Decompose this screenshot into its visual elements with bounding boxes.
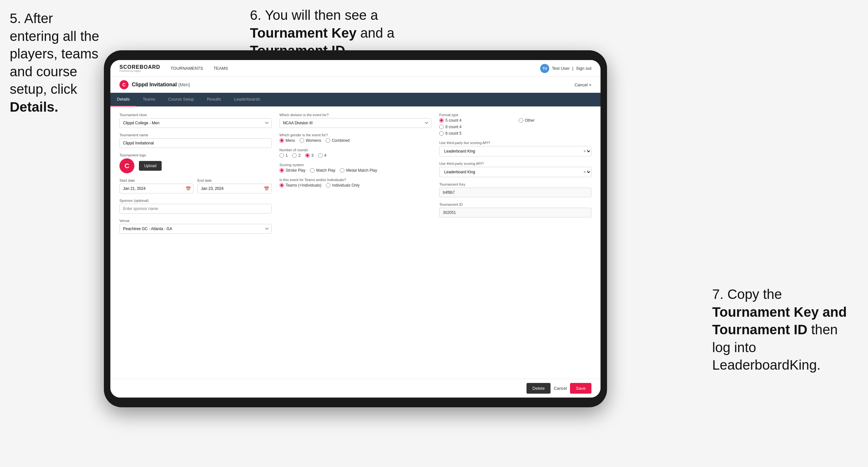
rounds-3-radio[interactable]: [305, 153, 310, 158]
tournament-host-select[interactable]: Clippd College - Men: [120, 118, 272, 128]
gender-mens-option[interactable]: Mens: [279, 138, 295, 143]
format-type-label: Format type: [439, 113, 591, 117]
scoring-stroke-radio[interactable]: [279, 168, 284, 173]
page-title: Clippd Invitational (Men): [132, 82, 190, 88]
scoring-medal-option[interactable]: Medal Match Play: [340, 168, 377, 173]
tab-teams[interactable]: Teams: [136, 93, 162, 106]
tournament-key-label: Tournament Key: [439, 182, 591, 186]
gender-combined-option[interactable]: Combined: [326, 138, 350, 143]
venue-select[interactable]: Peachtree GC - Atlanta - GA: [120, 224, 272, 234]
logo-main-text: SCOREBOARD: [120, 65, 160, 70]
api1-select[interactable]: Leaderboard King: [439, 146, 591, 156]
end-date-group: End date 📅: [197, 179, 271, 193]
end-date-calendar-icon: 📅: [264, 186, 269, 191]
tournament-name-label: Tournament name: [120, 133, 272, 137]
tournament-host-label: Tournament Host: [120, 113, 272, 117]
gender-mens-radio[interactable]: [279, 138, 284, 143]
logo-upload-area: C Upload: [120, 158, 272, 173]
team-individuals-radio[interactable]: [326, 183, 331, 188]
rounds-group: Number of rounds 1 2 3: [279, 148, 432, 158]
tablet-frame: SCOREBOARD Powered by clippd TOURNAMENTS…: [104, 50, 607, 407]
scoring-medal-radio[interactable]: [340, 168, 344, 173]
format-other-radio[interactable]: [519, 118, 523, 123]
format-other-option[interactable]: Other: [519, 118, 591, 123]
tournament-name-group: Tournament name: [120, 133, 272, 148]
gender-womens-option[interactable]: Womens: [300, 138, 321, 143]
rounds-2-option[interactable]: 2: [292, 153, 301, 158]
end-date-input[interactable]: [197, 184, 271, 193]
format-5count4-option[interactable]: 5 count 4: [439, 118, 512, 123]
tournament-id-value: 302051: [439, 208, 591, 217]
annotation-bottom-right: 7. Copy the Tournament Key and Tournamen…: [712, 286, 848, 374]
delete-button[interactable]: Delete: [527, 383, 551, 394]
api2-select[interactable]: Leaderboard King: [439, 167, 591, 177]
scoring-match-option[interactable]: Match Play: [310, 168, 335, 173]
form-grid: Tournament Host Clippd College - Men Tou…: [120, 113, 591, 234]
tab-details[interactable]: Details: [111, 93, 136, 106]
gender-combined-radio[interactable]: [326, 138, 330, 143]
sign-out-link[interactable]: Sign out: [576, 66, 591, 71]
format-6count5-radio[interactable]: [439, 131, 444, 136]
tab-course-setup[interactable]: Course Setup: [162, 93, 200, 106]
sponsor-input[interactable]: [120, 204, 272, 214]
rounds-1-radio[interactable]: [279, 153, 284, 158]
team-individuals-option[interactable]: Individuals Only: [326, 183, 360, 188]
format-6count4-option[interactable]: 6 count 4: [439, 125, 512, 129]
nav-teams[interactable]: TEAMS: [214, 66, 228, 71]
scoring-stroke-option[interactable]: Stroke Play: [279, 168, 306, 173]
division-label: Which division is the event for?: [279, 113, 432, 117]
right-column: Format type 5 count 4 Other 6 count 4: [439, 113, 591, 234]
main-content: Tournament Host Clippd College - Men Tou…: [111, 106, 600, 379]
api2-clear-icon[interactable]: × ˅: [584, 170, 589, 174]
venue-group: Venue Peachtree GC - Atlanta - GA: [120, 219, 272, 234]
header-cancel-button[interactable]: Cancel ×: [575, 83, 591, 87]
scoring-match-radio[interactable]: [310, 168, 314, 173]
format-6count5-option[interactable]: 6 count 5: [439, 131, 512, 136]
start-date-label: Start date: [120, 179, 193, 182]
tournament-id-label: Tournament ID: [439, 203, 591, 207]
format-6count4-radio[interactable]: [439, 125, 444, 129]
team-radio-group: Teams (+Individuals) Individuals Only: [279, 183, 432, 188]
api2-label: Use third-party scoring API?: [439, 162, 591, 165]
gender-womens-radio[interactable]: [300, 138, 304, 143]
scoreboard-logo: SCOREBOARD Powered by clippd: [120, 65, 160, 72]
division-group: Which division is the event for? NCAA Di…: [279, 113, 432, 128]
annotation-left: 5. After entering all the players, teams…: [10, 10, 101, 116]
rounds-3-option[interactable]: 3: [305, 153, 314, 158]
start-date-wrap: 📅: [120, 184, 193, 193]
tournament-key-group: Tournament Key b4f8b7: [439, 182, 591, 197]
middle-column: Which division is the event for? NCAA Di…: [279, 113, 432, 234]
team-teams-radio[interactable]: [279, 183, 284, 188]
start-date-group: Start date 📅: [120, 179, 193, 193]
tournament-name-input[interactable]: [120, 138, 272, 148]
tab-bar: Details Teams Course Setup Results Leade…: [111, 93, 600, 106]
format-5count4-radio[interactable]: [439, 118, 444, 123]
user-avatar: TU: [540, 64, 549, 73]
nav-tournaments[interactable]: TOURNAMENTS: [171, 66, 203, 71]
tab-leaderboards[interactable]: Leaderboards: [227, 93, 267, 106]
cancel-button[interactable]: Cancel: [554, 386, 567, 391]
tournament-host-group: Tournament Host Clippd College - Men: [120, 113, 272, 128]
dates-group: Start date 📅 End date 📅: [120, 179, 272, 193]
upload-button[interactable]: Upload: [139, 161, 162, 171]
scoring-label: Scoring system: [279, 163, 432, 167]
format-options-grid: 5 count 4 Other 6 count 4 6 count 5: [439, 118, 591, 136]
tablet-screen: SCOREBOARD Powered by clippd TOURNAMENTS…: [111, 60, 600, 398]
sponsor-label: Sponsor (optional): [120, 198, 272, 203]
scoring-group: Scoring system Stroke Play Match Play Me…: [279, 163, 432, 173]
page-header: C Clippd Invitational (Men) Cancel ×: [111, 77, 600, 93]
user-name: Test User: [552, 66, 570, 71]
rounds-2-radio[interactable]: [292, 153, 297, 158]
save-button[interactable]: Save: [570, 383, 591, 394]
start-date-calendar-icon: 📅: [186, 186, 191, 191]
api1-clear-icon[interactable]: × ˅: [584, 149, 589, 154]
logo-sub-text: Powered by clippd: [120, 70, 160, 72]
rounds-1-option[interactable]: 1: [279, 153, 288, 158]
rounds-4-radio[interactable]: [318, 153, 323, 158]
division-select[interactable]: NCAA Division III: [279, 118, 432, 128]
team-teams-option[interactable]: Teams (+Individuals): [279, 183, 321, 188]
tab-results[interactable]: Results: [200, 93, 227, 106]
rounds-4-option[interactable]: 4: [318, 153, 327, 158]
end-date-wrap: 📅: [197, 184, 271, 193]
start-date-input[interactable]: [120, 184, 193, 193]
